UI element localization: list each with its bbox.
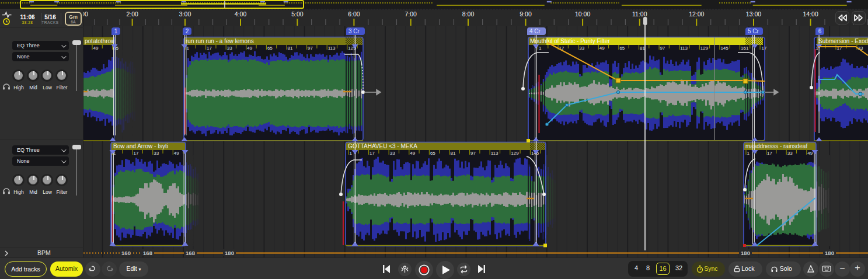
svg-text:8:00: 8:00 [462,11,475,18]
svg-text:49: 49 [93,46,99,51]
svg-text:180: 180 [741,250,750,256]
svg-text:5:00: 5:00 [291,11,304,18]
svg-text:7:00: 7:00 [405,11,417,18]
svg-text:1: 1 [747,151,750,156]
svg-text:97: 97 [470,151,476,156]
svg-text:10:00: 10:00 [575,11,590,18]
svg-text:potatothrow: potatothrow [85,38,116,44]
svg-text:17: 17 [207,46,212,51]
svg-text:97: 97 [308,46,313,51]
svg-text:49: 49 [174,151,179,156]
svg-text:4 Cr: 4 Cr [529,28,541,34]
svg-text:14:00: 14:00 [803,11,818,18]
svg-text:180: 180 [225,250,234,256]
svg-text:2: 2 [186,28,189,34]
svg-text:129: 129 [511,151,519,156]
svg-text:12:00: 12:00 [689,11,704,18]
svg-text:17: 17 [369,151,375,156]
svg-text:1: 1 [114,28,118,34]
svg-text:81: 81 [640,46,645,51]
svg-text:65: 65 [267,46,273,51]
svg-text:65: 65 [619,46,625,51]
svg-text:180: 180 [825,250,834,256]
svg-text:13:00: 13:00 [746,11,761,18]
svg-text:33: 33 [787,151,793,156]
svg-text:9:00: 9:00 [520,11,532,18]
svg-text:6: 6 [818,28,822,34]
svg-text:GOTTAHAVEU <3 - MEKA: GOTTAHAVEU <3 - MEKA [348,143,417,149]
svg-text:33: 33 [154,151,159,156]
svg-text:97: 97 [660,46,665,51]
svg-text:145: 145 [720,46,728,51]
svg-text:4:00: 4:00 [235,11,247,18]
svg-text:49: 49 [410,151,415,156]
svg-text:run run run - a few lemons: run run run - a few lemons [186,38,254,44]
svg-text:2:00: 2:00 [126,11,138,18]
svg-text:17: 17 [767,151,772,156]
svg-text:168: 168 [143,250,152,256]
svg-text:33: 33 [227,46,232,51]
svg-text:161: 161 [741,46,749,51]
svg-text:5 Cr: 5 Cr [748,28,759,34]
svg-text:113: 113 [328,46,336,51]
svg-text:168: 168 [186,250,195,256]
svg-text:masddnesss - rainsdeaf: masddnesss - rainsdeaf [745,143,807,149]
svg-text:17: 17 [134,151,139,156]
svg-text:49: 49 [807,151,813,156]
svg-text:Mouthful of Static - Purity Fi: Mouthful of Static - Purity Filter [530,38,610,44]
svg-text:113: 113 [491,151,499,156]
svg-text:6:00: 6:00 [348,11,360,18]
svg-text:160: 160 [121,250,131,256]
svg-text:33: 33 [390,151,395,156]
svg-text:1: 1 [350,151,353,156]
svg-text:Bow and Arrow - Isyti: Bow and Arrow - Isyti [113,143,168,149]
svg-text:1: 1 [187,46,190,51]
svg-text:81: 81 [288,46,293,51]
svg-text:49: 49 [247,46,252,51]
svg-text:3:00: 3:00 [179,11,191,18]
svg-text:65: 65 [430,151,435,156]
svg-text:1: 1 [539,46,542,51]
svg-text:129: 129 [700,46,709,51]
svg-text:Submersion - Exodus: Submersion - Exodus [818,38,868,44]
svg-text:113: 113 [680,46,688,51]
svg-text:3 Cr: 3 Cr [348,28,360,34]
svg-text:33: 33 [579,46,584,51]
svg-text:49: 49 [599,46,605,51]
svg-text:81: 81 [451,151,456,156]
svg-text:11:00: 11:00 [632,11,647,18]
